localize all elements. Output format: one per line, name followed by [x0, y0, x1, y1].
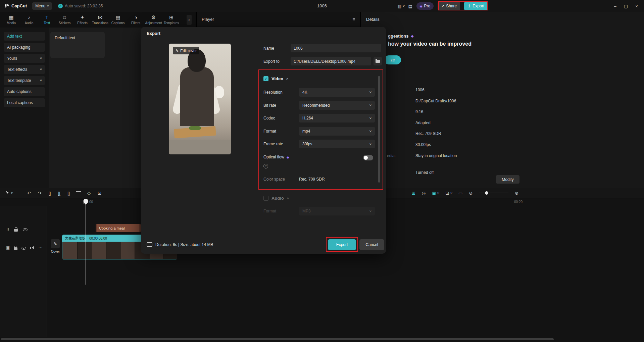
sidebar-item-auto-captions[interactable]: Auto captions	[4, 87, 45, 96]
audio-checkbox[interactable]	[263, 196, 268, 201]
export-button-top[interactable]: ↥ Export	[464, 2, 488, 10]
main-track-mode-dropdown[interactable]: ▣ ∨	[432, 191, 439, 196]
maximize-button[interactable]: ▢	[621, 4, 631, 9]
share-label: Share	[446, 4, 457, 8]
ribbon-expand-button[interactable]: ›	[187, 15, 192, 25]
detail-colorspace-value: Rec. 709 SDR	[415, 131, 441, 136]
select-tool-icon[interactable]: ∨	[5, 191, 13, 195]
redo-icon[interactable]: ↷	[38, 191, 42, 196]
magnet-icon[interactable]: ◎	[422, 191, 426, 196]
help-icon[interactable]: ?	[263, 164, 268, 168]
timeline-zoom-slider[interactable]	[479, 193, 508, 193]
mask-icon[interactable]: ◇	[87, 191, 91, 196]
pro-button[interactable]: ◆ Pro	[416, 2, 434, 10]
split-left-icon[interactable]: [|	[49, 191, 51, 196]
split-icon[interactable]: ][	[58, 191, 60, 196]
overlay-icon[interactable]: ⊡	[98, 191, 101, 196]
mute-icon[interactable]	[30, 246, 34, 250]
chevron-down-icon: ∨	[40, 68, 43, 71]
capcut-logo: CapCut	[4, 3, 27, 9]
ribbon-tab-effects[interactable]: ✦Effects	[74, 15, 91, 25]
menu-button[interactable]: Menu ∨	[32, 2, 52, 10]
undo-icon[interactable]: ↶	[27, 191, 31, 196]
text-icon: T	[45, 15, 48, 20]
filters-icon: ◑	[134, 15, 137, 20]
sidebar-item-add-text[interactable]: Add text	[4, 32, 45, 41]
dialog-scrollbar[interactable]	[378, 76, 380, 183]
ribbon-tab-adjustment[interactable]: ⚙Adjustment	[145, 15, 162, 25]
chevron-down-icon: ∨	[40, 57, 43, 60]
preview-axis-icon[interactable]: ▭	[458, 191, 462, 196]
shortcut-panel-icon[interactable]: ▤	[408, 4, 412, 9]
adjustment-icon: ⚙	[151, 15, 156, 20]
minimize-button[interactable]: –	[610, 4, 620, 9]
toolbar-divider	[20, 190, 20, 196]
chevron-up-icon[interactable]: ∧	[286, 78, 289, 80]
timeline-horizontal-scrollbar[interactable]	[1, 338, 554, 340]
zoom-out-icon[interactable]: ⊖	[469, 191, 473, 196]
dialog-footer: Duration: 6s | Size: about 14 MB Export …	[141, 235, 386, 254]
ribbon-tab-text[interactable]: TText	[38, 15, 55, 25]
resolution-select[interactable]: 4K ∨	[299, 88, 375, 97]
details-panel: Details ggestions ◆ how your video can b…	[360, 12, 644, 188]
cover-button[interactable]: ✎ Cover	[49, 239, 61, 253]
player-title: Player	[202, 17, 214, 22]
bitrate-select[interactable]: Recommended ∨	[299, 101, 375, 110]
edit-cover-button[interactable]: ✎ Edit cover	[173, 47, 199, 54]
format-select[interactable]: mp4 ∨	[299, 127, 375, 136]
share-button[interactable]: ↗ Share	[438, 2, 460, 10]
codec-label: Codec	[263, 114, 275, 123]
analyze-button[interactable]: ze	[384, 55, 401, 64]
sidebar-item-local-captions[interactable]: Local captions	[4, 98, 45, 107]
sidebar-item-text-effects[interactable]: Text effects∨	[4, 65, 45, 74]
video-track-header: ▣ ⋯	[0, 243, 47, 252]
more-options-icon[interactable]: ⋯	[38, 245, 42, 250]
auto-ripple-icon[interactable]: ⊞	[412, 191, 415, 196]
codec-select[interactable]: H.264 ∨	[299, 114, 375, 123]
optical-flow-toggle[interactable]	[363, 155, 373, 160]
close-button[interactable]: ×	[632, 4, 641, 9]
sidebar-item-text-template[interactable]: Text template∨	[4, 76, 45, 85]
cancel-button[interactable]: Cancel	[359, 239, 384, 250]
chevron-down-icon: ∨	[450, 192, 453, 194]
ribbon-tab-media[interactable]: ▦Media	[3, 15, 20, 25]
lock-icon[interactable]	[14, 229, 18, 232]
autosave-status: ✓ Auto saved: 23:02:35	[58, 4, 103, 8]
text-track-header: TI	[0, 225, 47, 234]
browse-folder-button[interactable]	[374, 57, 382, 65]
split-right-icon[interactable]: |]	[67, 191, 70, 196]
layout-switch-icon[interactable]: ▥ ∨	[397, 4, 404, 9]
ribbon-tab-filters[interactable]: ◑Filters	[127, 15, 144, 25]
player-menu-icon[interactable]: ≡	[352, 17, 355, 22]
name-input[interactable]: 1006	[291, 44, 381, 52]
delete-icon[interactable]	[77, 192, 80, 195]
modify-button[interactable]: Modify	[496, 175, 519, 184]
export-dialog-title: Export	[147, 31, 160, 36]
default-text-card[interactable]: Default text	[50, 32, 105, 58]
sidebar-item-yours[interactable]: Yours∨	[4, 54, 45, 63]
text-clip[interactable]: Cooking a meal	[96, 224, 141, 232]
eye-icon[interactable]	[23, 227, 27, 232]
effects-icon: ✦	[80, 15, 85, 20]
detail-resolution-value: Adapted	[415, 120, 431, 125]
ribbon-tab-audio[interactable]: ♪Audio	[20, 15, 38, 25]
chevron-down-icon: ∨	[369, 143, 372, 145]
ribbon-tab-templates[interactable]: ⊞Templates	[163, 15, 180, 25]
zoom-in-icon[interactable]: ⊕	[515, 191, 518, 196]
eye-icon[interactable]	[21, 246, 26, 250]
framerate-select[interactable]: 30fps ∨	[299, 140, 375, 148]
video-checkbox[interactable]: ✓	[263, 76, 268, 81]
video-track-icon: ▣	[6, 245, 10, 250]
ribbon-tab-stickers[interactable]: ☺Stickers	[56, 15, 73, 25]
autosave-check-icon: ✓	[58, 4, 63, 8]
sidebar-item-ai-packaging[interactable]: AI packaging	[4, 43, 45, 52]
clip-mode-dropdown[interactable]: ⊡ ∨	[445, 191, 452, 196]
media-icon: ▦	[9, 15, 13, 20]
audio-section-header: Audio ∧	[263, 196, 289, 201]
ribbon-tab-captions[interactable]: ▤Captions	[109, 15, 127, 25]
lock-icon[interactable]	[14, 247, 17, 250]
ribbon-tab-transitions[interactable]: ⋈Transitions	[92, 15, 109, 25]
cover-thumbnail	[169, 44, 231, 154]
export-confirm-button[interactable]: Export	[328, 239, 356, 250]
export-to-input[interactable]: C:/Users/DELL/Desktop/1006.mp4	[291, 57, 371, 65]
